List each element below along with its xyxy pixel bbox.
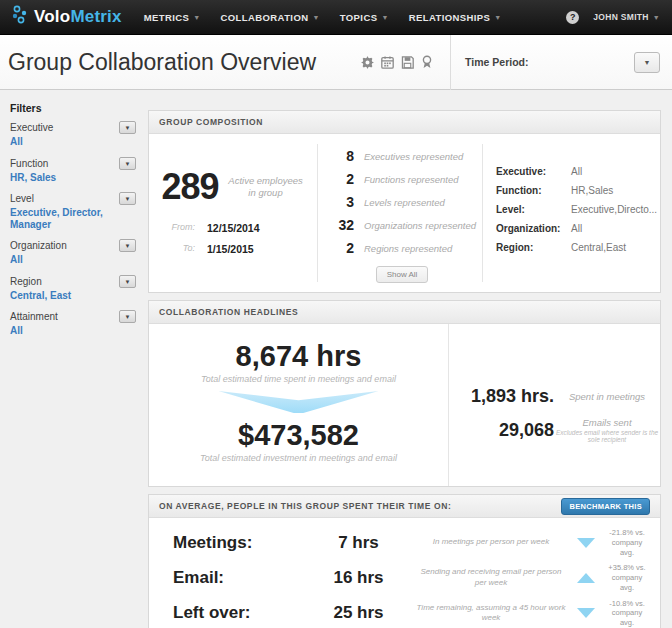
total-time-value: 8,674 hrs xyxy=(149,340,448,373)
time-period-dropdown[interactable]: ▼ xyxy=(634,52,660,73)
to-date: 1/15/2015 xyxy=(207,243,254,255)
emails-sent-value: 29,068 xyxy=(449,420,554,441)
emails-sent-label: Emails sent xyxy=(554,417,660,428)
filter-organization-value[interactable]: All xyxy=(10,254,136,266)
filter-executive-value[interactable]: All xyxy=(10,136,136,148)
time-spent-row-leftover: Left over: 25 hrs Time remaining, assumi… xyxy=(161,599,648,628)
group-composition-title: GROUP COMPOSITION xyxy=(159,117,263,127)
trend-up-icon xyxy=(577,573,595,583)
total-time-caption: Total estimated time spent in meetings a… xyxy=(149,374,448,384)
row-description: In meetings per person per week xyxy=(416,537,566,547)
represented-label: Regions represented xyxy=(364,243,452,254)
row-description: Time remaining, assuming a 45 hour work … xyxy=(416,603,566,624)
emails-stat: 29,068 Emails sent Excludes email where … xyxy=(449,417,660,443)
represented-label: Executives represented xyxy=(364,151,463,162)
menu-relationships[interactable]: RELATIONSHIPS▼ xyxy=(409,12,502,23)
save-icon[interactable] xyxy=(400,55,414,69)
filter-label: Region xyxy=(10,276,42,287)
total-investment-caption: Total estimated investment in meetings a… xyxy=(149,453,448,463)
filter-label: Function xyxy=(10,158,48,169)
user-menu[interactable]: JOHN SMITH▼ xyxy=(593,12,660,22)
summary-value: HR,Sales xyxy=(571,185,613,196)
row-value: 16 hrs xyxy=(301,568,416,588)
summary-label: Function: xyxy=(496,185,571,196)
benchmark-this-button[interactable]: BENCHMARK THIS xyxy=(561,498,650,515)
active-employees-caption: Active employees in group xyxy=(227,175,305,199)
ribbon-award-icon[interactable] xyxy=(420,55,434,69)
represented-count: 8 xyxy=(332,148,354,164)
represented-row: 8 Executives represented xyxy=(332,148,482,164)
chevron-down-icon: ▼ xyxy=(653,14,660,21)
logo-text-metrix: Metrix xyxy=(70,7,121,26)
filter-executive: Executive ▼ All xyxy=(10,121,136,148)
filter-region-value[interactable]: Central, East xyxy=(10,290,136,302)
summary-row: Region: Central,East xyxy=(496,242,660,253)
summary-label: Region: xyxy=(496,242,571,253)
meetings-hours-label: Spent in meetings xyxy=(554,391,660,402)
summary-row: Executive: All xyxy=(496,166,660,177)
row-label: Meetings: xyxy=(161,533,301,553)
represented-row: 2 Functions represented xyxy=(332,171,482,187)
represented-label: Organizations represented xyxy=(364,220,476,231)
calendar-icon[interactable] xyxy=(380,55,394,69)
represented-label: Levels represented xyxy=(364,197,445,208)
chevron-down-icon: ▼ xyxy=(312,14,319,21)
volometrix-logo[interactable]: VoloMetrix xyxy=(10,4,122,30)
represented-row: 2 Regions represented xyxy=(332,240,482,256)
filter-attainment-value[interactable]: All xyxy=(10,325,136,337)
represented-row: 32 Organizations represented xyxy=(332,217,482,233)
filter-region-dropdown[interactable]: ▼ xyxy=(119,275,136,288)
filter-executive-dropdown[interactable]: ▼ xyxy=(119,121,136,134)
filter-label: Attainment xyxy=(10,311,58,322)
logo-text-volo: Volo xyxy=(34,7,70,26)
trend-down-icon xyxy=(577,608,595,618)
row-label: Left over: xyxy=(161,603,301,623)
summary-row: Function: HR,Sales xyxy=(496,185,660,196)
emails-sent-note: Excludes email where sender is the sole … xyxy=(554,429,660,443)
group-composition-panel: GROUP COMPOSITION 289 Active employees i… xyxy=(148,110,661,293)
summary-value: Executive,Directo... xyxy=(571,204,657,215)
summary-label: Organization: xyxy=(496,223,571,234)
filter-level: Level ▼ Executive, Director, Manager xyxy=(10,192,136,230)
filter-function-value[interactable]: HR, Sales xyxy=(10,172,136,184)
menu-topics[interactable]: TOPICS▼ xyxy=(340,12,389,23)
trend-down-icon xyxy=(577,538,595,548)
filter-level-dropdown[interactable]: ▼ xyxy=(119,192,136,205)
represented-count: 2 xyxy=(332,240,354,256)
time-period-section: Time Period: ▼ xyxy=(451,35,672,89)
chevron-down-icon: ▼ xyxy=(494,14,501,21)
settings-gear-icon[interactable] xyxy=(360,55,374,69)
row-label: Email: xyxy=(161,568,301,588)
filter-label: Executive xyxy=(10,122,53,133)
filter-function: Function ▼ HR, Sales xyxy=(10,157,136,184)
down-arrow-graphic xyxy=(219,391,379,413)
filter-function-dropdown[interactable]: ▼ xyxy=(119,157,136,170)
row-description: Sending and receiving email per person p… xyxy=(416,567,566,588)
help-icon[interactable]: ? xyxy=(566,11,579,24)
filters-sidebar: Filters Executive ▼ All Function ▼ HR, S… xyxy=(10,102,136,346)
row-value: 7 hrs xyxy=(301,533,416,553)
to-label: To: xyxy=(149,243,207,255)
chevron-down-icon: ▼ xyxy=(381,14,388,21)
filter-level-value[interactable]: Executive, Director, Manager xyxy=(10,207,136,230)
filters-title: Filters xyxy=(10,102,136,114)
show-all-button[interactable]: Show All xyxy=(376,266,429,283)
top-nav-bar: VoloMetrix METRICS▼ COLLABORATION▼ TOPIC… xyxy=(0,0,672,35)
filter-organization: Organization ▼ All xyxy=(10,239,136,266)
row-delta: -10.8% vs. company avg. xyxy=(606,599,648,628)
menu-collaboration[interactable]: COLLABORATION▼ xyxy=(221,12,320,23)
page-title: Group Collaboration Overview xyxy=(8,49,316,76)
page-header: Group Collaboration Overview Time Period… xyxy=(0,35,672,90)
time-period-label: Time Period: xyxy=(465,56,528,68)
collaboration-headlines-title: COLLABORATION HEADLINES xyxy=(159,307,298,317)
filter-attainment-dropdown[interactable]: ▼ xyxy=(119,310,136,323)
chevron-down-icon: ▼ xyxy=(193,14,200,21)
represented-label: Functions represented xyxy=(364,174,459,185)
filter-organization-dropdown[interactable]: ▼ xyxy=(119,239,136,252)
menu-metrics[interactable]: METRICS▼ xyxy=(144,12,201,23)
time-spent-row-meetings: Meetings: 7 hrs In meetings per person p… xyxy=(161,528,648,557)
filter-label: Organization xyxy=(10,240,67,251)
from-date: 12/15/2014 xyxy=(207,222,260,234)
summary-row: Level: Executive,Directo... xyxy=(496,204,660,215)
meetings-hours-value: 1,893 hrs. xyxy=(449,386,554,407)
